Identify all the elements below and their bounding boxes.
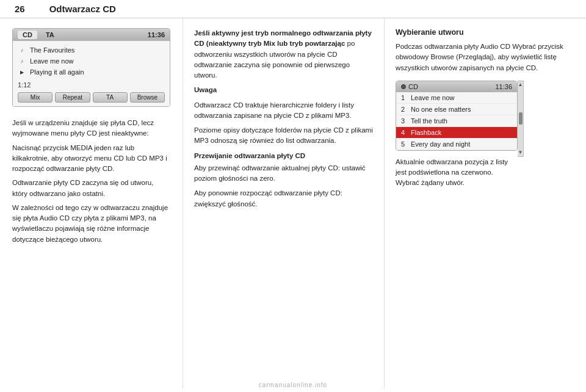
right-column: Wybieranie utworu Podczas odtwarzania pł… <box>385 18 586 388</box>
track-number: 4 <box>401 129 408 136</box>
caption-line-3: Wybrać żądany utwór. <box>396 178 575 188</box>
cd-tabs: CD TA <box>18 31 59 39</box>
cd-player-widget-2-container: CD 11:36 1 Leave me now 2 No one else ma… <box>396 81 575 157</box>
cd-controls: Mix Repeat TA Browse <box>18 92 165 103</box>
cd-widget2-body: 1 Leave me now 2 No one else matters 3 T… <box>396 92 517 150</box>
cd-widget2-label: CD <box>408 83 418 90</box>
list-item: ♪ Leave me now <box>18 56 165 67</box>
track-name: Leave me now <box>30 57 74 65</box>
scrollbar-thumb[interactable] <box>519 112 523 125</box>
repeat-button[interactable]: Repeat <box>55 92 90 103</box>
ta-button[interactable]: TA <box>93 92 128 103</box>
track-name: No one else matters <box>411 106 512 113</box>
middle-column: Jeśli aktywny jest tryb normalnego odtwa… <box>183 18 385 388</box>
middle-text-block: Jeśli aktywny jest tryb normalnego odtwa… <box>194 28 373 209</box>
list-item: ♪ The Favourites <box>18 45 165 56</box>
page-header: 26 Odtwarzacz CD <box>0 0 586 18</box>
tab-cd[interactable]: CD <box>18 31 37 39</box>
middle-para-1: Jeśli aktywny jest tryb normalnego odtwa… <box>194 28 373 81</box>
middle-section-title: Przewijanie odtwarzania płyty CD <box>194 151 373 161</box>
cd-widget2-header: CD 11:36 <box>396 81 517 92</box>
note-title-1: Uwaga <box>194 85 373 95</box>
list-item[interactable]: 3 Tell the truth <box>396 115 517 127</box>
scroll-up-icon[interactable]: ▲ <box>518 82 523 87</box>
note-box-1: Uwaga Odtwarzacz CD traktuje hierarchicz… <box>194 85 373 121</box>
cd-widget-body: ♪ The Favourites ♪ Leave me now ▶ Playin… <box>13 41 170 106</box>
right-intro-text: Podczas odtwarzania płyty Audio CD Wybra… <box>396 42 575 73</box>
right-caption: Aktualnie odtwarzana pozycja z listy jes… <box>396 157 575 189</box>
browse-button[interactable]: Browse <box>130 92 165 103</box>
cd-time-display: 11:36 <box>148 31 165 38</box>
scrollbar[interactable]: ▲ ▼ <box>518 81 524 157</box>
list-item[interactable]: 5 Every day and night <box>396 139 517 150</box>
left-text-block: Jeśli w urządzeniu znajduje się płyta CD… <box>12 118 170 249</box>
list-item[interactable]: 1 Leave me now <box>396 92 517 104</box>
track-name: Leave me now <box>411 94 512 101</box>
left-para-4: W zależności od tego czy w odtwarzaczu z… <box>12 203 170 245</box>
track-number: 1 <box>401 94 408 101</box>
cd-player-widget-2: CD 11:36 1 Leave me now 2 No one else ma… <box>396 81 518 151</box>
cd-widget2-time: 11:36 <box>495 83 512 90</box>
cd-widget2-left: CD <box>401 83 418 90</box>
left-column: CD TA 11:36 ♪ The Favourites ♪ Leave me … <box>0 18 183 388</box>
main-content: CD TA 11:36 ♪ The Favourites ♪ Leave me … <box>0 18 586 388</box>
left-para-2: Nacisnąć przycisk MEDIA jeden raz lub ki… <box>12 143 170 175</box>
middle-para-3: Aby przewinąć odtwarzanie aktualnej płyt… <box>194 163 373 184</box>
note-icon: ♪ <box>18 57 26 65</box>
scroll-down-icon[interactable]: ▼ <box>518 150 523 155</box>
cd-status-dot <box>401 84 406 89</box>
tab-ta[interactable]: TA <box>41 31 59 39</box>
track-name: The Favourites <box>30 46 74 54</box>
mix-button[interactable]: Mix <box>18 92 52 103</box>
cd-track-list: ♪ The Favourites ♪ Leave me now ▶ Playin… <box>18 45 165 78</box>
list-item[interactable]: 2 No one else matters <box>396 104 517 115</box>
caption-line-2: jest podświetlona na czerwono. <box>396 167 575 178</box>
page-number: 26 <box>15 4 25 14</box>
cd-current-time: 1:12 <box>18 80 165 90</box>
track-name: Playing it all again <box>30 68 84 76</box>
right-section-title: Wybieranie utworu <box>396 28 575 37</box>
track-number: 2 <box>401 106 408 113</box>
track-name: Tell the truth <box>411 117 512 125</box>
play-icon: ▶ <box>18 68 26 76</box>
track-name: Every day and night <box>411 140 512 148</box>
middle-para-2: Poziome opisy dotyczące folderów na płyc… <box>194 125 373 147</box>
page-title: Odtwarzacz CD <box>49 4 116 14</box>
watermark: carmanualonline.info <box>259 382 327 388</box>
list-item-active[interactable]: 4 Flashback <box>396 127 517 139</box>
note-text-1: Odtwarzacz CD traktuje hierarchicznie fo… <box>194 100 373 122</box>
left-para-1: Jeśli w urządzeniu znajduje się płyta CD… <box>12 118 170 139</box>
caption-line-1: Aktualnie odtwarzana pozycja z listy <box>396 157 575 167</box>
left-para-3: Odtwarzanie płyty CD zaczyna się od utwo… <box>12 178 170 199</box>
cd-player-widget: CD TA 11:36 ♪ The Favourites ♪ Leave me … <box>12 28 170 107</box>
track-number: 5 <box>401 140 408 148</box>
track-name: Flashback <box>411 129 512 136</box>
cd-widget-header: CD TA 11:36 <box>13 29 170 41</box>
middle-para-4: Aby ponownie rozpocząć odtwarzanie płyty… <box>194 188 373 209</box>
list-item: ▶ Playing it all again <box>18 67 165 78</box>
note-icon: ♪ <box>18 46 26 54</box>
track-number: 3 <box>401 117 408 125</box>
